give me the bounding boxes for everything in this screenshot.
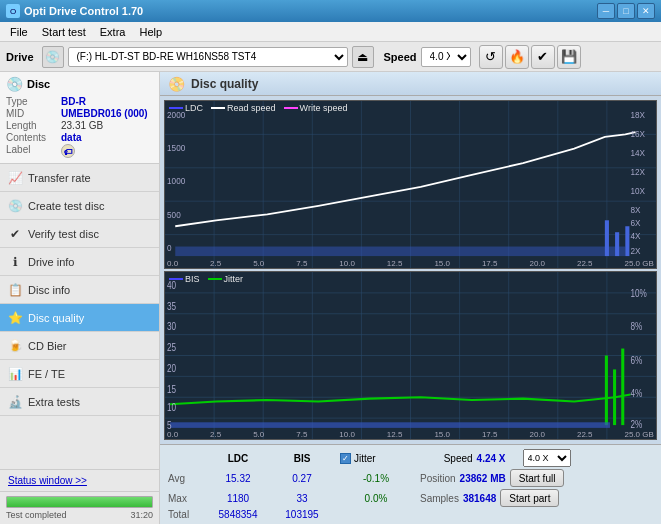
minimize-button[interactable]: ─	[597, 3, 615, 19]
disc-info-icon: 📋	[8, 283, 22, 297]
refresh-button[interactable]: ↺	[479, 45, 503, 69]
ldc-color	[169, 107, 183, 109]
svg-text:25: 25	[167, 341, 177, 354]
sidebar-nav: 📈 Transfer rate 💿 Create test disc ✔ Ver…	[0, 164, 159, 469]
menu-extra[interactable]: Extra	[94, 24, 132, 40]
sidebar-label-create-test-disc: Create test disc	[28, 200, 104, 212]
sidebar-label-verify-test-disc: Verify test disc	[28, 228, 99, 240]
create-test-disc-icon: 💿	[8, 199, 22, 213]
legend-read-speed-label: Read speed	[227, 103, 276, 113]
svg-text:2X: 2X	[630, 245, 640, 256]
svg-text:35: 35	[167, 299, 177, 312]
avg-ldc: 15.32	[208, 473, 268, 484]
disc-mid-value: UMEBDR016 (000)	[61, 108, 148, 119]
eject-button[interactable]: ⏏	[352, 46, 374, 68]
legend-write-speed-label: Write speed	[300, 103, 348, 113]
svg-text:2%: 2%	[630, 418, 642, 431]
verify-button[interactable]: ✔	[531, 45, 555, 69]
disc-quality-icon: ⭐	[8, 311, 22, 325]
legend-ldc: LDC	[169, 103, 203, 113]
close-button[interactable]: ✕	[637, 3, 655, 19]
svg-text:8%: 8%	[630, 320, 642, 333]
sidebar-item-create-test-disc[interactable]: 💿 Create test disc	[0, 192, 159, 220]
speed-header-label: Speed	[444, 453, 473, 464]
svg-text:10%: 10%	[630, 287, 647, 300]
maximize-button[interactable]: □	[617, 3, 635, 19]
drive-icon: 💿	[42, 46, 64, 68]
sidebar-item-cd-bier[interactable]: 🍺 CD Bier	[0, 332, 159, 360]
sidebar-label-extra-tests: Extra tests	[28, 396, 80, 408]
chart-bis-legend: BIS Jitter	[169, 274, 243, 284]
disc-label-row: Label 🏷	[6, 144, 153, 158]
content-header-title: Disc quality	[191, 77, 258, 91]
drive-action-buttons: ↺ 🔥 ✔ 💾	[479, 45, 581, 69]
avg-jitter: -0.1%	[336, 473, 416, 484]
chart-bis: BIS Jitter	[164, 271, 657, 440]
svg-rect-13	[175, 247, 625, 257]
total-label: Total	[168, 509, 204, 520]
svg-text:15: 15	[167, 383, 177, 396]
samples-label: Samples	[420, 493, 459, 504]
sidebar-label-cd-bier: CD Bier	[28, 340, 67, 352]
menu-file[interactable]: File	[4, 24, 34, 40]
menu-help[interactable]: Help	[133, 24, 168, 40]
sidebar-label-disc-info: Disc info	[28, 284, 70, 296]
jitter-checkbox[interactable]: ✓	[340, 453, 351, 464]
sidebar-item-verify-test-disc[interactable]: ✔ Verify test disc	[0, 220, 159, 248]
stats-avg-row: Avg 15.32 0.27 -0.1% Position 23862 MB S…	[168, 469, 653, 487]
sidebar-item-extra-tests[interactable]: 🔬 Extra tests	[0, 388, 159, 416]
disc-length-label: Length	[6, 120, 61, 131]
sidebar-item-drive-info[interactable]: ℹ Drive info	[0, 248, 159, 276]
start-full-button[interactable]: Start full	[510, 469, 565, 487]
svg-text:30: 30	[167, 320, 177, 333]
samples-value: 381648	[463, 493, 496, 504]
disc-type-row: Type BD-R	[6, 96, 153, 107]
status-window-button[interactable]: Status window >>	[0, 470, 159, 492]
chart2-x-labels: 0.0 2.5 5.0 7.5 10.0 12.5 15.0 17.5 20.0…	[165, 430, 656, 439]
main-layout: 💿 Disc Type BD-R MID UMEBDR016 (000) Len…	[0, 72, 661, 524]
disc-contents-value: data	[61, 132, 82, 143]
legend-ldc-label: LDC	[185, 103, 203, 113]
sidebar: 💿 Disc Type BD-R MID UMEBDR016 (000) Len…	[0, 72, 160, 524]
progress-label: Test completed	[6, 510, 67, 520]
speed-select[interactable]: 4.0 X	[421, 47, 471, 67]
svg-rect-49	[621, 349, 624, 426]
app-title: Opti Drive Control 1.70	[24, 5, 143, 17]
write-speed-color	[284, 107, 298, 109]
save-button[interactable]: 💾	[557, 45, 581, 69]
avg-label: Avg	[168, 473, 204, 484]
chart-bis-svg: 40 35 30 25 20 15 10 5 10% 8% 6% 4% 2%	[165, 272, 656, 439]
app-icon: O	[6, 4, 20, 18]
position-value: 23862 MB	[460, 473, 506, 484]
cd-bier-icon: 🍺	[8, 339, 22, 353]
disc-panel: 💿 Disc Type BD-R MID UMEBDR016 (000) Len…	[0, 72, 159, 164]
stats-panel: LDC BIS ✓ Jitter Speed 4.24 X 4.0 X Avg …	[160, 444, 661, 524]
drive-label: Drive	[6, 51, 34, 63]
jitter-checkbox-group: ✓ Jitter	[340, 453, 376, 464]
sidebar-label-transfer-rate: Transfer rate	[28, 172, 91, 184]
sidebar-item-transfer-rate[interactable]: 📈 Transfer rate	[0, 164, 159, 192]
start-part-button[interactable]: Start part	[500, 489, 559, 507]
content-area: 📀 Disc quality LDC Read speed	[160, 72, 661, 524]
bis-color	[169, 278, 183, 280]
max-bis: 33	[272, 493, 332, 504]
svg-text:12X: 12X	[630, 166, 645, 177]
drive-select[interactable]: (F:) HL-DT-ST BD-RE WH16NS58 TST4	[68, 47, 348, 67]
legend-jitter: Jitter	[208, 274, 244, 284]
disc-panel-icon: 💿	[6, 76, 23, 92]
progress-bar-outer	[6, 496, 153, 508]
drive-bar: Drive 💿 (F:) HL-DT-ST BD-RE WH16NS58 TST…	[0, 42, 661, 72]
menu-start-test[interactable]: Start test	[36, 24, 92, 40]
progress-bar-inner	[7, 497, 152, 507]
title-bar-left: O Opti Drive Control 1.70	[6, 4, 143, 18]
speed-label: Speed	[384, 51, 417, 63]
sidebar-item-disc-quality[interactable]: ⭐ Disc quality	[0, 304, 159, 332]
legend-write-speed: Write speed	[284, 103, 348, 113]
svg-rect-47	[605, 356, 608, 426]
sidebar-item-disc-info[interactable]: 📋 Disc info	[0, 276, 159, 304]
burn-button[interactable]: 🔥	[505, 45, 529, 69]
speed-dropdown[interactable]: 4.0 X	[523, 449, 571, 467]
transfer-rate-icon: 📈	[8, 171, 22, 185]
sidebar-item-fe-te[interactable]: 📊 FE / TE	[0, 360, 159, 388]
disc-contents-label: Contents	[6, 132, 61, 143]
